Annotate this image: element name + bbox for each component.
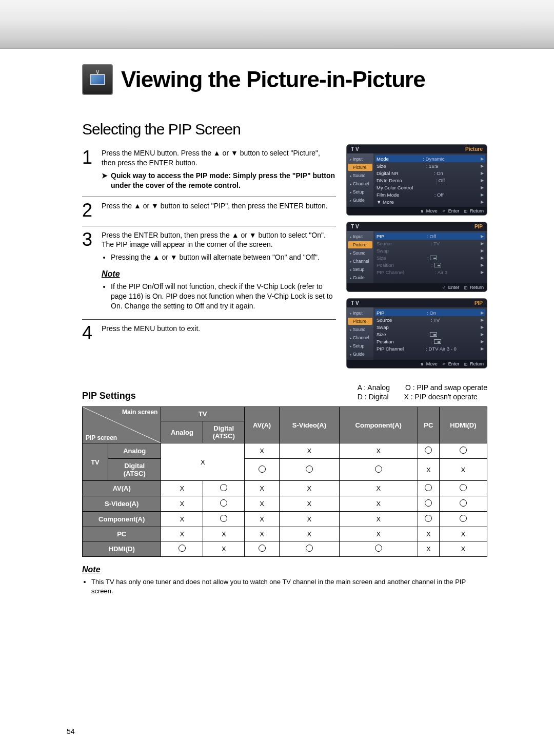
osd-nav-item: Setup [348,342,372,350]
pip-cell [418,481,439,496]
pip-cell [203,496,245,512]
osd-nav-item: Input [348,233,372,240]
quick-tip: Quick way to access the PIP mode: Simply… [102,171,336,190]
pip-cell: X [439,459,487,481]
osd-menu: T VPictureInputPictureSoundChannelSetupG… [346,144,487,216]
col-head: Component(A) [339,407,418,443]
pip-cell: X [161,527,203,541]
pip-cell: X [161,496,203,512]
osd-nav-item: Channel [348,258,372,265]
note-bullet: If the PIP On/Off will not function, che… [111,282,336,311]
osd-row: PIP: Off▶ [375,232,485,240]
manual-page: ∨ Viewing the Picture-in-Picture Selecti… [0,0,554,756]
row-head: HDMI(D) [83,541,161,557]
steps-column: 1 Press the MENU button. Press the ▲ or … [82,144,336,369]
pip-cell: X [161,481,203,496]
pip-cell: X [339,481,418,496]
legend-d: D : Digital [358,392,389,401]
osd-nav-item: Input [348,309,372,317]
osd-nav-item: Sound [348,172,372,179]
pip-cell [244,459,279,481]
pip-cell [280,541,339,557]
legend-o: O : PIP and swap operate [405,383,487,392]
step-number: 1 [82,148,97,190]
osd-nav-item: Setup [348,188,372,196]
title-row: ∨ Viewing the Picture-in-Picture [82,64,487,95]
footer-note-heading: Note [82,564,487,575]
col-head: S-Video(A) [280,407,339,443]
osd-nav-item: Picture [348,241,372,248]
pip-settings-title: PIP Settings [82,391,136,401]
footer-note-text: This TV has only one tuner and does not … [91,577,487,595]
pip-cell: X [280,481,339,496]
tv-icon: ∨ [82,64,113,95]
osd-footer-key: Enter [443,361,459,366]
pip-cell: X [280,496,339,512]
osd-footer-key: Return [464,208,484,214]
osd-row: Swap▶ [377,247,484,254]
osd-nav-item: Sound [348,326,372,333]
osd-nav-item: Guide [348,351,372,358]
pip-cell [418,496,439,512]
osd-footer-key: Move [421,208,438,214]
pip-cell: X [244,496,279,512]
osd-row: Size: ▶ [377,331,484,338]
pip-cell: X [244,512,279,527]
pip-cell: X [339,512,418,527]
osd-nav-item: Guide [348,274,372,281]
osd-menu: T VPIPInputPictureSoundChannelSetupGuide… [346,222,487,292]
osd-menu: T VPIPInputPictureSoundChannelSetupGuide… [346,298,487,369]
osd-row: My Color Control▶ [377,184,484,191]
pip-cell: X [203,527,245,541]
pip-cell [280,459,339,481]
osd-tv-label: T V [351,224,359,229]
osd-nav-item: Channel [348,334,372,341]
pip-cell: X [280,443,339,459]
step-2: 2 Press the ▲ or ▼ button to select "PIP… [82,197,336,226]
row-head: AV(A) [83,481,161,496]
note-heading: Note [102,268,336,280]
osd-row: Mode: Dynamic▶ [375,155,485,162]
col-tv: TV [161,407,245,421]
row-head: S-Video(A) [83,496,161,512]
osd-title: Picture [465,146,483,152]
pip-cell: X [339,527,418,541]
osd-title: PIP [474,224,483,229]
row-head-tv: TV [83,443,108,481]
step-text: Press the ▲ or ▼ button to select "PIP",… [102,201,328,211]
pip-cell: X [203,541,245,557]
osd-row: Source: TV▶ [377,240,484,247]
pip-cell [339,459,418,481]
step-1: 1 Press the MENU button. Press the ▲ or … [82,144,336,197]
step-text: Press the MENU button. Press the ▲ or ▼ … [102,148,336,168]
osd-footer-key: Return [464,361,484,366]
osd-row: Size: ▶ [377,254,484,261]
osd-row: PIP: On▶ [375,309,485,316]
row-head: PC [83,527,161,541]
osd-tv-label: T V [351,146,359,152]
step-text: Press the ENTER button, then press the ▲… [102,230,336,250]
osd-nav-item: Input [348,156,372,163]
osd-title: PIP [474,300,483,306]
osd-nav-item: Channel [348,180,372,187]
col-head: AV(A) [244,407,279,443]
pip-cell: X [244,527,279,541]
pip-cell: X [244,481,279,496]
pip-cell: X [280,512,339,527]
table-diag-main: Main screen [122,409,157,416]
osd-nav-item: Guide [348,197,372,204]
osd-row: Position: ▶ [377,338,484,345]
pip-cell: X [439,541,487,557]
pip-cell [418,443,439,459]
osd-row: ▼ More▶ [377,198,484,205]
pip-cell [439,481,487,496]
pip-cell [244,541,279,557]
step-number: 2 [82,201,97,220]
pip-cell [161,541,203,557]
col-tv-digital: Digital (ATSC) [203,421,245,443]
osd-row: PIP Channel: Air 3▶ [377,268,484,276]
header-band [0,0,554,49]
section-title: Selecting the PIP Screen [82,121,487,138]
osd-row: DNIe Demo: Off▶ [377,177,484,184]
col-head: PC [418,407,439,443]
